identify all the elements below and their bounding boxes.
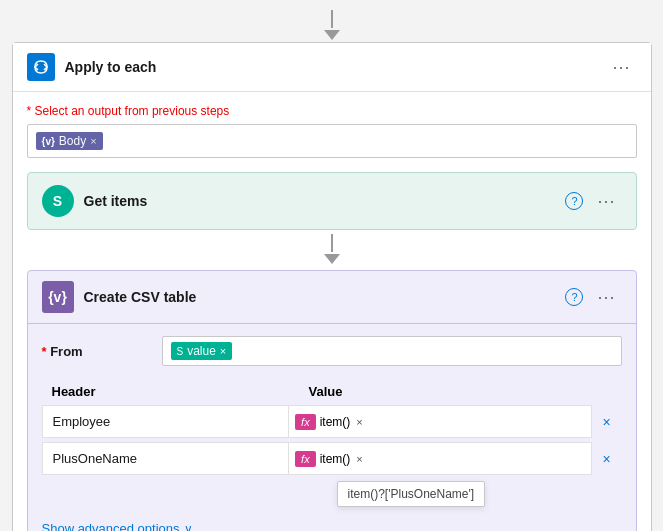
connector-arrow-top <box>324 30 340 40</box>
inner-connector-line <box>331 234 333 252</box>
plus-one-tag-close[interactable]: × <box>356 453 362 465</box>
get-items-help-button[interactable]: ? <box>565 192 583 210</box>
question-mark-icon: ? <box>571 195 577 207</box>
table-row: Employee fx item() × × <box>42 405 622 438</box>
get-items-menu-button[interactable]: ··· <box>591 189 621 214</box>
create-csv-menu-button[interactable]: ··· <box>591 285 621 310</box>
table-row: PlusOneName fx item() × × <box>42 442 622 475</box>
apply-to-each-menu-button[interactable]: ··· <box>606 55 636 80</box>
header-column-label: Header <box>42 380 303 403</box>
plus-one-fx-tag: fx <box>295 451 316 467</box>
employee-value-cell[interactable]: fx item() × <box>289 406 590 437</box>
apply-to-each-header: Apply to each ··· <box>13 43 651 92</box>
employee-delete-button[interactable]: × <box>598 412 614 432</box>
employee-text: Employee <box>53 414 111 429</box>
show-advanced-options: Show advanced options ∨ <box>42 521 622 531</box>
show-advanced-link[interactable]: Show advanced options <box>42 521 180 531</box>
plus-one-fx-icon: fx <box>301 453 310 465</box>
get-items-icon: S <box>42 185 74 217</box>
body-tag: {v} Body × <box>36 132 103 150</box>
create-csv-title: Create CSV table <box>84 289 566 305</box>
plus-one-cell: PlusOneName <box>43 443 290 474</box>
plus-one-delete-col: × <box>592 449 622 469</box>
value-tag-close[interactable]: × <box>220 345 226 357</box>
from-value-input[interactable]: S value × <box>162 336 622 366</box>
get-items-icon-letter: S <box>53 193 62 209</box>
employee-cell: Employee <box>43 406 290 437</box>
tooltip-row: item()?['PlusOneName'] <box>42 479 622 507</box>
body-tag-label: Body <box>59 134 86 148</box>
employee-fx-tag: fx <box>295 414 316 430</box>
plus-one-text: PlusOneName <box>53 451 138 466</box>
loop-icon <box>33 59 49 75</box>
tag-icon: {v} <box>42 136 55 147</box>
value-tag: S value × <box>171 342 233 360</box>
table-headers: Header Value <box>42 380 622 403</box>
plus-one-delete-button[interactable]: × <box>598 449 614 469</box>
get-items-title: Get items <box>84 193 566 209</box>
employee-tag-close[interactable]: × <box>356 416 362 428</box>
create-csv-icon: {v} <box>42 281 74 313</box>
output-tag-input[interactable]: {v} Body × <box>27 124 637 158</box>
value-tag-icon: S <box>177 346 184 357</box>
value-column-label: Value <box>303 380 622 403</box>
csv-question-mark-icon: ? <box>571 291 577 303</box>
employee-delete-col: × <box>592 412 622 432</box>
plus-one-value-cell[interactable]: fx item() × <box>289 443 590 474</box>
output-field-label: * Select an output from previous steps <box>27 104 637 118</box>
apply-to-each-block: Apply to each ··· * Select an output fro… <box>12 42 652 531</box>
create-csv-help-button[interactable]: ? <box>565 288 583 306</box>
plus-one-item-label: item() <box>320 452 351 466</box>
get-items-block: S Get items ? ··· <box>27 172 637 230</box>
create-csv-block: {v} Create CSV table ? ··· From S <box>27 270 637 531</box>
tooltip-box: item()?['PlusOneName'] <box>337 481 486 507</box>
create-csv-header: {v} Create CSV table ? ··· <box>28 271 636 324</box>
inner-connector-arrow <box>324 254 340 264</box>
create-csv-body: From S value × Header Value <box>28 324 636 531</box>
apply-to-each-icon <box>27 53 55 81</box>
body-tag-close[interactable]: × <box>90 135 96 147</box>
plus-one-row-inner: PlusOneName fx item() × <box>42 442 592 475</box>
employee-item-label: item() <box>320 415 351 429</box>
value-tag-label: value <box>187 344 216 358</box>
chevron-down-icon: ∨ <box>184 522 193 532</box>
tooltip-spacer <box>42 479 333 507</box>
apply-to-each-title: Apply to each <box>65 59 607 75</box>
csv-icon-text: {v} <box>48 289 67 305</box>
fx-icon: fx <box>301 416 310 428</box>
employee-row-inner: Employee fx item() × <box>42 405 592 438</box>
get-items-inner: S Get items ? ··· <box>27 172 637 230</box>
connector-line-top <box>331 10 333 28</box>
apply-to-each-body: * Select an output from previous steps {… <box>13 92 651 531</box>
from-label: From <box>42 344 162 359</box>
from-row: From S value × <box>42 336 622 366</box>
inner-connector <box>27 234 637 266</box>
